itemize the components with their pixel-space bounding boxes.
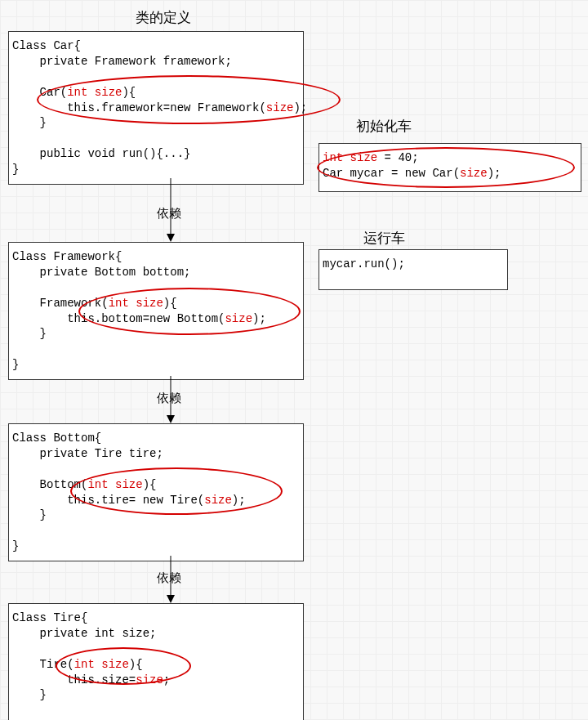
code-line: } xyxy=(12,116,47,129)
code-line: } xyxy=(12,358,19,371)
code-line: ); xyxy=(488,167,501,180)
code-line-hl: size xyxy=(460,167,488,180)
heading-init-car: 初始化车 xyxy=(351,117,416,136)
codebox-framework: Class Framework{ private Bottom bottom; … xyxy=(8,242,304,380)
code-line: Class Bottom{ xyxy=(12,432,101,445)
heading-run-car: 运行车 xyxy=(351,229,416,248)
codebox-bottom: Class Bottom{ private Tire tire; Bottom(… xyxy=(8,423,304,561)
code-line: ; xyxy=(163,673,170,686)
code-line: private Framework framework; xyxy=(12,55,232,68)
code-line: mycar.run(); xyxy=(323,257,405,271)
code-line: private int size; xyxy=(12,627,156,640)
code-line: this.tire= new Tire( xyxy=(12,494,204,507)
svg-marker-5 xyxy=(167,595,175,603)
code-line: } xyxy=(12,508,47,521)
code-line: = 40; xyxy=(377,151,418,164)
code-line-hl: int size xyxy=(323,151,377,164)
code-line-hl: int size xyxy=(87,478,142,491)
code-line: ){ xyxy=(143,478,157,491)
arrow-label-depend-3: 依赖 xyxy=(157,570,181,586)
code-line: Bottom( xyxy=(12,478,87,491)
arrow-label-depend-2: 依赖 xyxy=(157,391,181,406)
codebox-car: Class Car{ private Framework framework; … xyxy=(8,31,304,185)
code-line: private Bottom bottom; xyxy=(12,266,190,279)
code-line-hl: int size xyxy=(74,658,129,671)
code-line: } xyxy=(12,688,47,701)
code-line: Tire( xyxy=(12,658,74,671)
code-line: ); xyxy=(252,312,266,325)
code-line: } xyxy=(12,327,47,340)
code-line: ){ xyxy=(122,86,136,99)
code-line: } xyxy=(12,539,19,552)
code-line: ); xyxy=(232,494,246,507)
code-line-hl: int size xyxy=(67,86,122,99)
code-line: private Tire tire; xyxy=(12,447,163,460)
arrow-label-depend-1: 依赖 xyxy=(157,206,181,221)
code-line-hl: size xyxy=(136,673,163,686)
code-line: this.framework=new Framework( xyxy=(12,101,266,114)
code-line: Framework( xyxy=(12,297,109,310)
codebox-run: mycar.run(); xyxy=(318,249,508,290)
code-line: this.bottom=new Bottom( xyxy=(12,312,225,325)
svg-marker-1 xyxy=(167,234,175,242)
svg-marker-3 xyxy=(167,415,175,423)
codebox-tire: Class Tire{ private int size; Tire(int s… xyxy=(8,603,304,720)
code-line: ); xyxy=(293,101,307,114)
code-line: Class Framework{ xyxy=(12,250,122,263)
code-line: ){ xyxy=(129,658,143,671)
code-line: Car( xyxy=(12,86,67,99)
code-line: ){ xyxy=(163,297,177,310)
code-line: Class Tire{ xyxy=(12,611,87,624)
code-line: this.size= xyxy=(12,673,136,686)
code-line-hl: size xyxy=(266,101,294,114)
code-line: } xyxy=(12,163,19,176)
code-line: Class Car{ xyxy=(12,39,81,52)
code-line: Car mycar = new Car( xyxy=(323,167,460,180)
code-line-hl: int size xyxy=(109,297,163,310)
code-line-hl: size xyxy=(225,312,252,325)
code-line: public void run(){...} xyxy=(12,147,190,160)
codebox-init: int size = 40; Car mycar = new Car(size)… xyxy=(318,143,581,192)
heading-class-definition: 类的定义 xyxy=(127,8,200,27)
code-line-hl: size xyxy=(204,494,232,507)
